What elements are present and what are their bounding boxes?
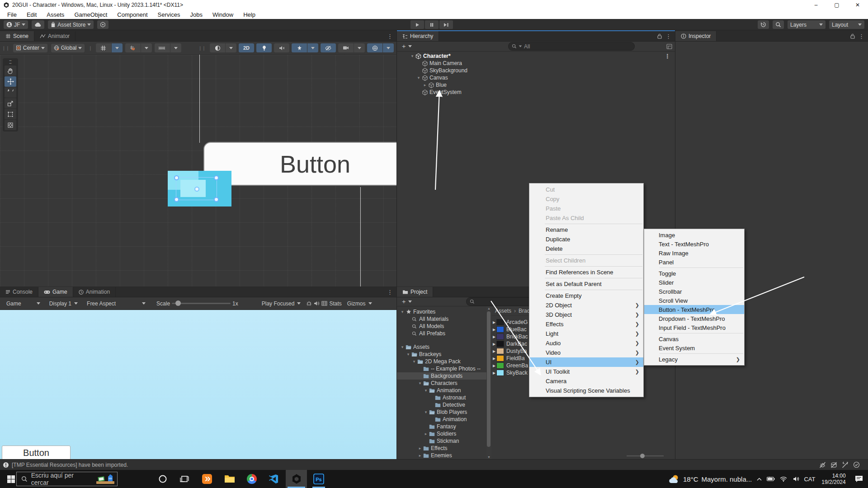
foldout-down-icon[interactable]: ▾ — [417, 381, 423, 385]
scene-options-icon[interactable]: ⋮ — [665, 53, 670, 60]
taskbar-search-input[interactable]: Escriu aquí per cercar — [16, 472, 118, 486]
breadcrumb-folder[interactable]: Brac — [519, 308, 530, 314]
menu-item-ui[interactable]: UI❯ — [529, 357, 643, 367]
tray-expand-button[interactable] — [754, 470, 764, 488]
task-view-button[interactable] — [175, 470, 193, 488]
menu-item-light[interactable]: Light❯ — [529, 329, 643, 338]
camera-dropdown[interactable] — [338, 43, 365, 52]
pause-button[interactable] — [425, 20, 439, 29]
scene-picker-icon[interactable] — [666, 44, 672, 49]
menu-item-create-empty[interactable]: Create Empty — [529, 291, 643, 300]
submenu-item-dropdown-textmeshpro[interactable]: Dropdown - TextMeshPro — [644, 314, 744, 323]
auto-refresh-disabled-icon[interactable] — [842, 462, 849, 468]
project-folder-blob-players[interactable]: ▾Blob Players — [397, 408, 486, 416]
blue-sprite[interactable] — [168, 171, 231, 206]
game-viewport[interactable]: Button — [0, 310, 396, 459]
project-folder-effects[interactable]: ▸Effects — [397, 445, 486, 452]
tab-scene[interactable]: Scene — [0, 31, 34, 41]
tools-grip-icon[interactable]: ━━ — [9, 60, 12, 65]
display-dropdown[interactable]: Display 1 — [46, 299, 81, 308]
menubar-gameobject[interactable]: GameObject — [69, 10, 112, 19]
rect-transform-gizmo[interactable] — [176, 177, 217, 200]
foldout-right-icon[interactable]: ▸ — [493, 355, 495, 361]
gizmos-dropdown[interactable] — [367, 43, 394, 52]
foldout-down-icon[interactable]: ▾ — [400, 345, 405, 349]
toolbar-grip-icon[interactable]: ❘❘ — [2, 46, 9, 51]
lighting-toggle[interactable] — [256, 43, 272, 52]
cache-disabled-icon[interactable] — [830, 462, 837, 468]
clock[interactable]: 14:00 19/2/2024 — [819, 470, 848, 488]
menubar-component[interactable]: Component — [112, 10, 152, 19]
menubar-file[interactable]: File — [2, 10, 22, 19]
project-folder-all-prefabs[interactable]: All Prefabs — [397, 330, 486, 337]
foldout-right-icon[interactable]: ▸ — [493, 348, 495, 354]
grid-snap-toggle[interactable] — [96, 43, 123, 52]
tab-animation[interactable]: Animation — [73, 287, 116, 297]
tab-project[interactable]: Project — [397, 287, 433, 297]
project-folder-animation[interactable]: Animation — [397, 416, 486, 423]
maximize-button[interactable]: ▢ — [826, 0, 847, 10]
submenu-item-event-system[interactable]: Event System — [644, 343, 744, 352]
menu-item-3d-object[interactable]: 3D Object❯ — [529, 310, 643, 319]
menu-item-2d-object[interactable]: 2D Object❯ — [529, 300, 643, 310]
action-center-button[interactable] — [850, 470, 868, 488]
foldout-down-icon[interactable]: ▾ — [416, 75, 421, 80]
project-folder-characters[interactable]: ▾Characters — [397, 380, 486, 387]
2d-mode-toggle[interactable]: 2D — [239, 43, 254, 52]
game-mode-dropdown[interactable]: Game — [3, 299, 44, 308]
move-tool[interactable] — [5, 76, 16, 87]
foldout-right-icon[interactable]: ▸ — [417, 446, 423, 450]
submenu-item-panel[interactable]: Panel — [644, 258, 744, 267]
project-folder-detective[interactable]: Detective — [397, 401, 486, 408]
cortana-button[interactable] — [154, 470, 172, 488]
tab-inspector[interactable]: Inspector — [675, 31, 717, 41]
foldout-down-icon[interactable]: ▾ — [400, 310, 405, 314]
debugger-disabled-icon[interactable] — [819, 462, 826, 468]
undo-history-button[interactable] — [758, 20, 769, 29]
scale-slider[interactable] — [172, 303, 231, 304]
hierarchy-search-input[interactable]: All — [508, 42, 635, 51]
scene-panel-menu-icon[interactable]: ⋮ — [387, 33, 393, 40]
project-folder-stickman[interactable]: Stickman — [397, 437, 486, 445]
tab-hierarchy[interactable]: Hierarchy — [397, 31, 439, 41]
pivot-dropdown[interactable]: Center — [13, 44, 47, 52]
step-button[interactable] — [439, 20, 453, 29]
foldout-right-icon[interactable]: ▸ — [493, 326, 495, 333]
play-focused-dropdown[interactable]: Play Focused — [258, 299, 305, 308]
foldout-right-icon[interactable]: ▸ — [493, 341, 495, 347]
hidden-objects-toggle[interactable] — [321, 43, 336, 52]
hierarchy-item-main-camera[interactable]: Main Camera — [397, 60, 675, 67]
menubar-jobs[interactable]: Jobs — [185, 10, 207, 19]
foldout-down-icon[interactable]: ▾ — [410, 54, 415, 58]
xampp-button[interactable] — [198, 470, 216, 488]
submenu-item-scroll-view[interactable]: Scroll View — [644, 296, 744, 305]
photoshop-button[interactable]: Ps — [309, 470, 329, 488]
submenu-item-image[interactable]: Image — [644, 230, 744, 239]
project-folder-all-models[interactable]: All Models — [397, 323, 486, 330]
submenu-item-raw-image[interactable]: Raw Image — [644, 249, 744, 258]
scale-tool[interactable] — [5, 98, 16, 108]
menu-item-rename[interactable]: Rename — [529, 225, 643, 235]
project-folder-favorites[interactable]: ▾Favorites — [397, 308, 486, 315]
project-add-caret[interactable] — [408, 300, 412, 303]
submenu-item-input-field-textmeshpro[interactable]: Input Field - TextMeshPro — [644, 323, 744, 332]
hierarchy-item-eventsystem[interactable]: EventSystem — [397, 89, 675, 96]
layers-dropdown[interactable]: Layers — [788, 20, 826, 29]
rect-tool[interactable] — [5, 109, 16, 119]
shading-mode-dropdown[interactable] — [210, 43, 236, 52]
foldout-down-icon[interactable]: ▾ — [423, 410, 429, 414]
menu-item-delete[interactable]: Delete — [529, 244, 643, 253]
hierarchy-item-blue[interactable]: ▸Blue — [397, 81, 675, 89]
aspect-dropdown[interactable]: Free Aspect — [83, 299, 149, 308]
menu-item-set-as-default-parent[interactable]: Set as Default Parent — [529, 279, 643, 289]
tab-animator[interactable]: Animator — [34, 31, 75, 41]
battery-indicator[interactable] — [765, 470, 777, 488]
transform-tool[interactable] — [5, 120, 16, 130]
menu-item-visual-scripting-scene-variables[interactable]: Visual Scripting Scene Variables — [529, 386, 643, 395]
asset-store-dropdown[interactable]: Asset Store — [48, 20, 94, 29]
lock-icon[interactable] — [657, 33, 662, 39]
foldout-right-icon[interactable]: ▸ — [493, 333, 495, 340]
unity-taskbar-button[interactable] — [286, 470, 307, 488]
menu-item-audio[interactable]: Audio❯ — [529, 338, 643, 348]
search-button[interactable] — [773, 20, 784, 29]
